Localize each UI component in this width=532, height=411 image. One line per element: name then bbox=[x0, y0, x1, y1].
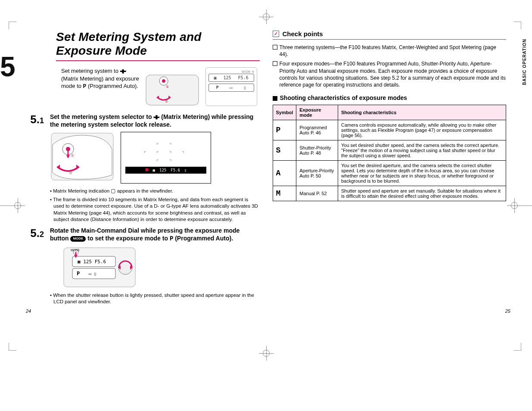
svg-text:P: P bbox=[77, 271, 80, 277]
svg-text:①: ① bbox=[71, 153, 74, 158]
crop-mark bbox=[513, 22, 521, 29]
svg-text:MODE: MODE bbox=[71, 249, 80, 252]
mode-button-icon: MODE bbox=[70, 236, 86, 241]
check-points-title: Check points bbox=[283, 30, 323, 37]
svg-point-2 bbox=[162, 79, 165, 83]
svg-rect-0 bbox=[146, 75, 199, 105]
right-page: BASIC OPERATION ✓ Check points Three met… bbox=[273, 30, 507, 305]
matrix-metering-icon bbox=[120, 69, 126, 74]
camera-top-diagram: ① ② bbox=[144, 67, 200, 110]
th-desc: Shooting characteristics bbox=[338, 105, 506, 120]
side-reg-left bbox=[0, 201, 22, 210]
page-number-right: 25 bbox=[505, 308, 510, 314]
th-symbol: Symbol bbox=[273, 105, 296, 120]
section-tab: BASIC OPERATION bbox=[522, 39, 527, 85]
step-5-2-number: 5.2 bbox=[26, 227, 45, 305]
step-5-2-note: • When the shutter release button is lig… bbox=[50, 292, 260, 305]
check-icon: ✓ bbox=[273, 31, 279, 37]
check-rule bbox=[273, 39, 507, 40]
intro-text: Set metering system to (Matrix Metering)… bbox=[61, 67, 139, 90]
viewfinder-diagram: ⌜ ⌝ ⌜ ⌜ ⌝ ⌝ ⌜ ⌝ ▣125F5.6▯ bbox=[121, 132, 211, 184]
table-section-title: Shooting characteristics of exposure mod… bbox=[273, 94, 507, 101]
step-5-2-heading: Rotate the Main-Command Dial while press… bbox=[50, 227, 260, 243]
exposure-modes-table: Symbol Exposure mode Shooting characteri… bbox=[273, 105, 507, 201]
left-page: 5 Set Metering System and Exposure Mode … bbox=[26, 30, 260, 305]
page-title: Set Metering System and Exposure Mode bbox=[56, 30, 260, 58]
title-rule bbox=[56, 60, 260, 61]
th-mode: Exposure mode bbox=[296, 105, 338, 120]
table-row: P Programmed Auto P. 46 Camera controls … bbox=[273, 120, 506, 140]
crop-mark bbox=[9, 22, 16, 29]
table-row: M Manual P. 52 Shutter speed and apertur… bbox=[273, 186, 506, 201]
page-number-left: 24 bbox=[26, 308, 31, 314]
table-row: S Shutter-Priority Auto P. 48 You set de… bbox=[273, 140, 506, 161]
side-reg-right bbox=[510, 201, 532, 210]
registration-mark-top bbox=[261, 12, 271, 24]
svg-text:▭ ▯: ▭ ▯ bbox=[89, 271, 96, 276]
svg-text:①: ① bbox=[166, 85, 169, 89]
matrix-metering-icon bbox=[153, 115, 159, 119]
svg-text:②: ② bbox=[69, 171, 72, 175]
registration-mark-bottom bbox=[261, 349, 271, 360]
step-number-5: 5 bbox=[0, 51, 16, 83]
step-5-1-number: 5.1 bbox=[26, 113, 45, 225]
svg-text:②: ② bbox=[165, 100, 168, 103]
table-row: A Aperture-Priority Auto P. 50 You set t… bbox=[273, 161, 506, 186]
lcd-panel-diagram: MODE ⟲ ▣125F5.6 P▭▯ bbox=[205, 67, 257, 106]
crop-mark bbox=[513, 343, 521, 351]
step-5-1-bullets: • Matrix Metering indication ▢ appears i… bbox=[50, 188, 260, 223]
step-5-1-heading: Set the metering system selector to (Mat… bbox=[50, 113, 260, 128]
command-dial-diagram: ▣ 125 F5.6 P ▭ ▯ MODE bbox=[63, 247, 136, 288]
metering-selector-diagram: ① ② bbox=[50, 132, 115, 181]
check-points-list: Three metering systems—the F100 features… bbox=[273, 44, 507, 88]
svg-text:▣ 125 F5.6: ▣ 125 F5.6 bbox=[78, 259, 106, 265]
crop-mark bbox=[9, 343, 16, 351]
